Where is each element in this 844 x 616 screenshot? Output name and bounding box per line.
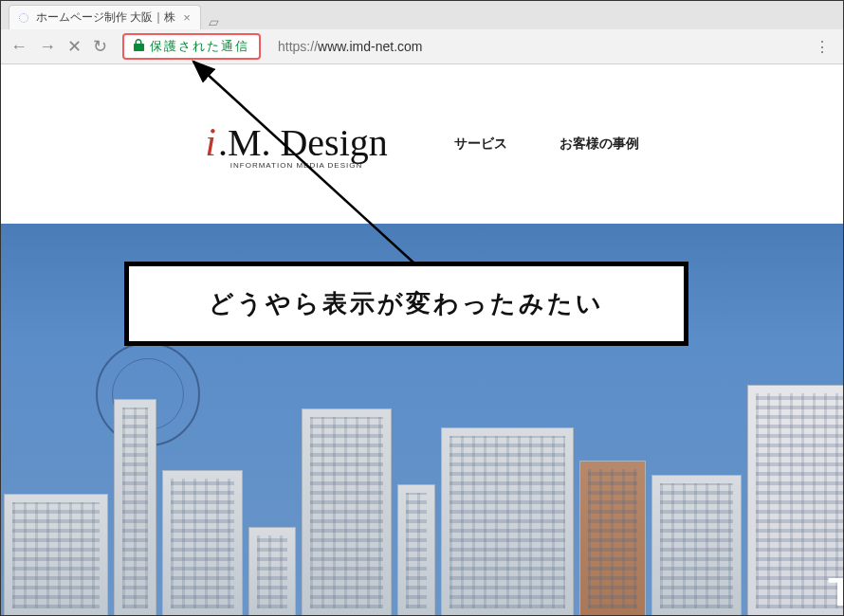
toolbar: ← → ✕ ↻ 保護された通信 https://www.imd-net.com …	[1, 29, 843, 63]
lock-icon	[134, 39, 144, 54]
nav-service[interactable]: サービス	[454, 136, 507, 153]
forward-button[interactable]: →	[39, 37, 56, 57]
hero-corner-text: T	[828, 570, 843, 615]
logo-tagline: INFORMATION MEDIA DESIGN	[230, 161, 362, 170]
secure-label: 保護された通信	[150, 38, 249, 55]
back-button[interactable]: ←	[10, 37, 28, 57]
logo-rest: .M. Design	[218, 120, 388, 165]
tab-title: ホームページ制作 大阪｜株	[36, 9, 175, 26]
address-bar[interactable]: 保護された通信 https://www.imd-net.com	[119, 34, 803, 59]
tab-bar: ホームページ制作 大阪｜株 × ▱	[1, 1, 843, 29]
reload-button[interactable]: ↻	[93, 36, 107, 57]
browser-chrome: ホームページ制作 大阪｜株 × ▱ ← → ✕ ↻ 保護された通信 https:…	[1, 1, 843, 64]
close-button[interactable]: ✕	[67, 36, 82, 57]
menu-icon[interactable]: ⋮	[815, 38, 830, 56]
cityscape-graphic	[1, 352, 843, 616]
close-icon[interactable]: ×	[183, 10, 191, 25]
nav-cases[interactable]: お客様の事例	[560, 136, 639, 153]
annotation-text: どうやら表示が変わったみたい	[148, 287, 665, 320]
logo-main: i.M. Design	[205, 119, 388, 165]
browser-menu-area: ⋮	[815, 38, 834, 56]
site-logo[interactable]: i.M. Design INFORMATION MEDIA DESIGN	[205, 119, 388, 170]
favicon-icon	[19, 13, 28, 23]
new-tab-button[interactable]: ▱	[201, 10, 227, 29]
security-indicator[interactable]: 保護された通信	[122, 33, 261, 60]
site-nav: サービス お客様の事例	[454, 136, 639, 153]
browser-tab[interactable]: ホームページ制作 大阪｜株 ×	[9, 5, 201, 29]
url-domain: www.imd-net.com	[318, 39, 422, 54]
annotation-callout: どうやら表示が変わったみたい	[124, 262, 688, 346]
url-display: https://www.imd-net.com	[278, 39, 423, 54]
logo-i: i	[205, 119, 216, 165]
site-header: i.M. Design INFORMATION MEDIA DESIGN サービ…	[1, 64, 843, 224]
url-scheme: https://	[278, 39, 318, 54]
